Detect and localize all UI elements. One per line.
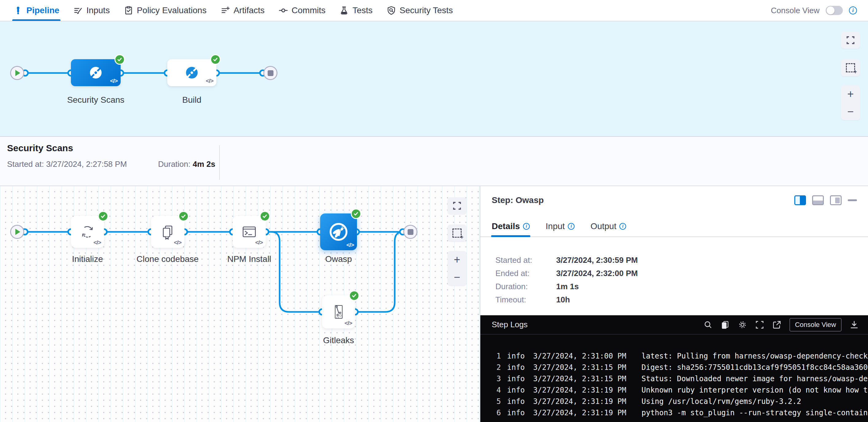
success-badge-icon — [349, 290, 360, 301]
info-icon[interactable]: i — [849, 6, 857, 14]
tab-inputs[interactable]: Inputs — [73, 0, 110, 21]
code-glyph: </> — [94, 239, 101, 246]
step-node-gitleaks[interactable]: </> — [322, 295, 355, 328]
stage-node-security-scans[interactable]: </> — [71, 59, 121, 86]
step-label[interactable]: Owasp — [317, 254, 360, 264]
fullscreen-icon[interactable] — [841, 32, 860, 49]
minimize-dash-icon[interactable] — [848, 199, 857, 201]
stage-node-build[interactable]: </> — [167, 59, 216, 86]
toggle-knob — [827, 6, 835, 14]
policy-evaluations-icon — [124, 6, 133, 15]
commits-icon — [279, 6, 288, 15]
log-line: 4info3/27/2024, 2:31:19 PMUnknown ruby i… — [492, 386, 868, 397]
detail-row: Duration: 1m 1s — [495, 280, 868, 293]
step-node-clone-codebase[interactable]: </> — [151, 216, 184, 248]
info-icon[interactable]: i — [568, 223, 575, 230]
step-logs-title: Step Logs — [492, 320, 528, 329]
nav-right-controls: Console View i — [771, 6, 857, 15]
nav-tab-label: Artifacts — [234, 5, 265, 15]
floating-view-icon[interactable] — [830, 195, 842, 205]
stage-duration: Duration: 4m 2s — [158, 160, 215, 169]
tab-tests[interactable]: Tests — [339, 0, 372, 21]
success-badge-icon — [351, 208, 361, 219]
tests-icon — [339, 6, 349, 15]
zoom-in-button[interactable]: + — [447, 251, 467, 268]
code-glyph: </> — [346, 242, 354, 249]
step-panel-title: Step: Owasp — [492, 195, 544, 205]
step-node-owasp[interactable]: </> — [320, 214, 357, 250]
fullscreen-icon[interactable] — [447, 197, 467, 215]
split-right-view-icon[interactable] — [794, 195, 806, 205]
step-label[interactable]: Gitleaks — [317, 335, 360, 345]
split-bottom-view-icon[interactable] — [812, 195, 824, 205]
pipeline-icon — [13, 6, 23, 15]
stage-graph-canvas[interactable]: </> </> Security Scans Build + − — [0, 22, 868, 136]
stage-label[interactable]: Build — [161, 95, 222, 105]
search-icon[interactable] — [704, 320, 713, 329]
nav-tab-label: Inputs — [86, 5, 110, 15]
success-badge-icon — [115, 54, 125, 65]
step-panel-header: Step: Owasp — [480, 186, 868, 215]
marquee-select-icon[interactable] — [841, 59, 860, 76]
console-view-button[interactable]: Console View — [789, 318, 842, 331]
step-label[interactable]: Initialize — [66, 254, 109, 264]
tab-commits[interactable]: Commits — [279, 0, 326, 21]
artifacts-icon — [221, 6, 230, 15]
ci-module-icon — [88, 65, 104, 80]
zoom-in-button[interactable]: + — [841, 85, 860, 103]
fullscreen-icon[interactable] — [755, 320, 764, 329]
nav-tab-label: Security Tests — [400, 5, 453, 15]
gitleaks-icon — [330, 303, 347, 321]
stage-label[interactable]: Security Scans — [65, 95, 127, 105]
step-graph-canvas[interactable]: </> </> — [0, 186, 480, 422]
success-badge-icon — [178, 211, 189, 221]
info-icon[interactable]: i — [619, 223, 626, 230]
ci-module-icon — [184, 65, 200, 80]
gear-icon[interactable] — [738, 320, 747, 329]
stage-started-at: Started at: 3/27/2024, 2:27:58 PM — [7, 160, 127, 169]
tab-policy-evaluations[interactable]: Policy Evaluations — [124, 0, 207, 21]
log-console[interactable]: 1info3/27/2024, 2:31:00 PMlatest: Pullin… — [480, 334, 868, 420]
log-line: 5info3/27/2024, 2:31:19 PMUsing /usr/loc… — [492, 397, 868, 409]
security-tests-icon — [387, 6, 396, 15]
code-glyph: </> — [110, 77, 118, 84]
owasp-icon — [327, 221, 350, 243]
tab-input[interactable]: Inputi — [546, 216, 575, 236]
copy-icon[interactable] — [721, 320, 730, 329]
stop-icon — [268, 70, 274, 76]
step-details-table: Started at: 3/27/2024, 2:30:59 PM Ended … — [480, 238, 868, 306]
tab-output[interactable]: Outputi — [591, 216, 626, 236]
open-in-new-icon[interactable] — [772, 320, 781, 329]
zoom-controls: + − — [841, 85, 860, 120]
download-icon[interactable] — [849, 320, 859, 329]
step-label[interactable]: Clone codebase — [134, 254, 202, 264]
nav-tab-label: Policy Evaluations — [137, 5, 207, 15]
stage-connectors — [0, 22, 294, 136]
info-icon[interactable]: i — [523, 223, 530, 230]
tab-pipeline[interactable]: Pipeline — [13, 0, 59, 21]
tab-artifacts[interactable]: Artifacts — [221, 0, 265, 21]
step-label[interactable]: NPM Install — [225, 254, 274, 264]
zoom-out-button[interactable]: − — [841, 103, 860, 120]
tab-security-tests[interactable]: Security Tests — [387, 0, 453, 21]
step-node-initialize[interactable]: </> — [71, 216, 104, 248]
nav-tab-label: Tests — [352, 5, 372, 15]
play-icon — [16, 229, 20, 235]
marquee-select-icon[interactable] — [447, 225, 467, 242]
step-details-panel: Step: Owasp Detailsi Inputi Outputi — [480, 186, 868, 422]
step-node-npm-install[interactable]: </> — [232, 216, 266, 248]
top-navbar: Pipeline Inputs Policy Evaluations A — [0, 0, 868, 22]
console-view-toggle[interactable] — [826, 6, 843, 15]
zoom-out-button[interactable]: − — [447, 268, 467, 286]
success-badge-icon — [98, 211, 108, 221]
play-icon — [16, 70, 20, 76]
zoom-controls: + − — [447, 251, 467, 286]
detail-row: Ended at: 3/27/2024, 2:32:00 PM — [495, 267, 868, 280]
code-glyph: </> — [174, 239, 181, 246]
log-line: 3info3/27/2024, 2:31:15 PMStatus: Downlo… — [492, 375, 868, 386]
tab-details[interactable]: Detailsi — [492, 216, 530, 236]
step-logs-header: Step Logs — [480, 315, 868, 334]
log-line: 1info3/27/2024, 2:31:00 PMlatest: Pullin… — [492, 352, 868, 363]
panel-layout-buttons — [794, 195, 857, 205]
stage-title: Security Scans — [7, 143, 868, 153]
